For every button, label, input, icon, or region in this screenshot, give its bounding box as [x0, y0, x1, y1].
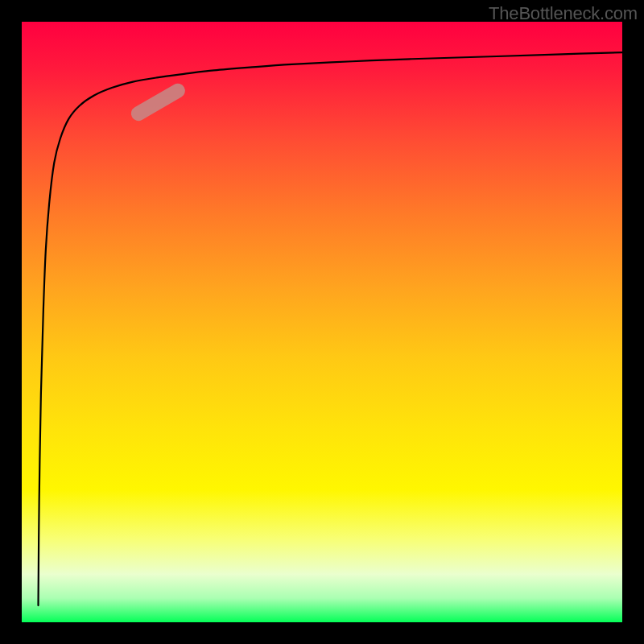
plot-area	[22, 22, 622, 622]
curve-layer	[22, 22, 622, 622]
bottleneck-curve	[39, 52, 622, 605]
attribution-text: TheBottleneck.com	[489, 3, 638, 24]
curve-marker	[129, 81, 188, 124]
svg-rect-0	[129, 81, 188, 124]
chart-canvas: TheBottleneck.com	[0, 0, 644, 644]
